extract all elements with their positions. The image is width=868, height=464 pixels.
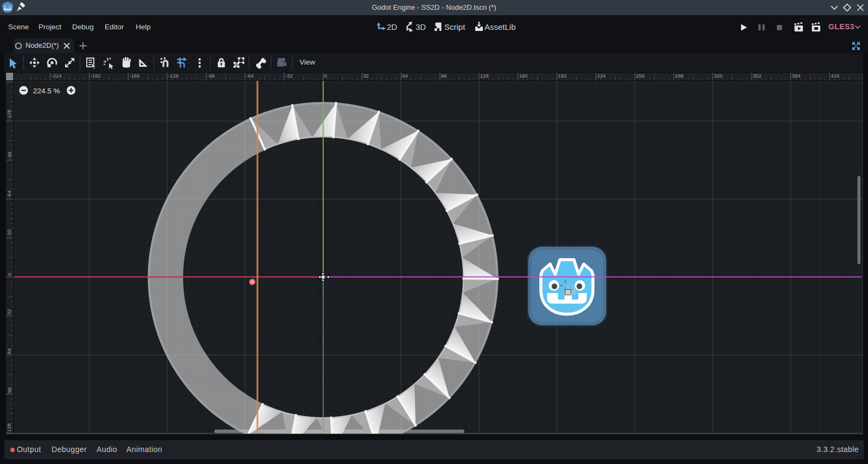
svg-text:32: 32 bbox=[7, 309, 12, 315]
svg-text:0: 0 bbox=[7, 273, 12, 276]
svg-text:-128: -128 bbox=[168, 73, 178, 79]
svg-text:0: 0 bbox=[324, 73, 327, 79]
svg-text:-96: -96 bbox=[207, 73, 215, 79]
svg-text:-128: -128 bbox=[7, 110, 12, 120]
svg-text:224: 224 bbox=[597, 73, 605, 79]
svg-text:160: 160 bbox=[519, 73, 528, 79]
svg-text:-32: -32 bbox=[7, 230, 12, 237]
svg-text:-192: -192 bbox=[91, 73, 101, 79]
svg-text:96: 96 bbox=[441, 73, 447, 79]
svg-text:64: 64 bbox=[7, 348, 12, 354]
svg-text:128: 128 bbox=[7, 423, 12, 432]
svg-text:-160: -160 bbox=[129, 73, 139, 79]
svg-text:-96: -96 bbox=[7, 151, 12, 159]
svg-text:352: 352 bbox=[753, 73, 762, 79]
svg-text:-64: -64 bbox=[7, 190, 12, 198]
svg-text:-32: -32 bbox=[285, 73, 293, 79]
svg-text:224.5 %: 224.5 % bbox=[33, 87, 60, 95]
svg-text:320: 320 bbox=[714, 73, 723, 79]
svg-text:-64: -64 bbox=[246, 73, 254, 79]
svg-text:256: 256 bbox=[636, 73, 644, 79]
svg-text:384: 384 bbox=[792, 73, 801, 79]
svg-text:-224: -224 bbox=[52, 73, 62, 79]
svg-text:288: 288 bbox=[675, 73, 684, 79]
svg-text:416: 416 bbox=[831, 73, 839, 79]
svg-text:64: 64 bbox=[402, 73, 408, 79]
svg-text:96: 96 bbox=[7, 387, 12, 393]
svg-text:192: 192 bbox=[558, 73, 567, 79]
svg-text:32: 32 bbox=[363, 73, 369, 79]
svg-text:128: 128 bbox=[480, 73, 489, 79]
